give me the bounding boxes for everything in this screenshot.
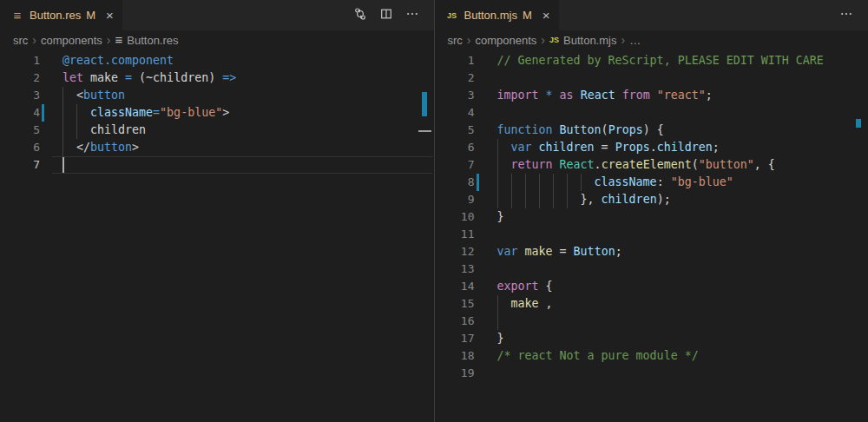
code-line-14[interactable]: 14export { bbox=[435, 278, 868, 295]
breadcrumb-item[interactable]: components bbox=[476, 34, 537, 47]
code-line-2[interactable]: 2 bbox=[435, 69, 868, 87]
file-icon: ≡ bbox=[10, 9, 24, 23]
code-text: } bbox=[497, 208, 504, 226]
code-line-3[interactable]: 3import * as React from "react"; bbox=[435, 87, 868, 104]
code-text: } bbox=[497, 330, 504, 347]
breadcrumb-label: src bbox=[13, 34, 28, 47]
code-text: var children = Props.children; bbox=[497, 139, 720, 156]
editor-group-button-res: ≡ Button.res M × src›components›≡Button.… bbox=[0, 0, 434, 422]
tab-bar: ≡ Button.res M × bbox=[0, 0, 434, 30]
code-text: }, children); bbox=[497, 191, 671, 208]
code-line-6[interactable]: 6 var children = Props.children; bbox=[435, 139, 868, 156]
ellipsis-icon bbox=[839, 7, 853, 24]
code-line-3[interactable]: 3 <button bbox=[0, 87, 434, 104]
code-line-17[interactable]: 17} bbox=[435, 330, 868, 347]
tab[interactable]: ≡ Button.res M × bbox=[0, 0, 122, 30]
line-number: 15 bbox=[435, 295, 475, 313]
code-line-13[interactable]: 13 bbox=[435, 260, 868, 278]
code-line-4[interactable]: 4 bbox=[435, 104, 868, 122]
tab-label: Button.res bbox=[30, 0, 81, 30]
line-number: 16 bbox=[435, 313, 475, 330]
tab-bar: JS Button.mjs M × bbox=[435, 0, 868, 30]
code-text: var make = Button; bbox=[497, 243, 622, 260]
line-number: 5 bbox=[0, 122, 40, 139]
line-number: 4 bbox=[0, 104, 40, 122]
code-line-1[interactable]: 1@react.component bbox=[0, 52, 434, 69]
breadcrumb-item[interactable]: src bbox=[13, 34, 28, 47]
javascript-file-icon: JS bbox=[549, 36, 559, 44]
breadcrumb-separator: › bbox=[107, 30, 111, 49]
code-line-4[interactable]: 4 className="bg-blue"> bbox=[0, 104, 434, 122]
line-number: 4 bbox=[435, 104, 475, 122]
overview-modified-marker bbox=[422, 92, 427, 116]
code-text: import * as React from "react"; bbox=[497, 87, 713, 104]
open-changes-button[interactable] bbox=[351, 6, 370, 25]
code-line-8[interactable]: 8 className: "bg-blue" bbox=[435, 174, 868, 191]
more-actions-button[interactable] bbox=[837, 6, 856, 25]
breadcrumb-item[interactable]: components bbox=[41, 34, 102, 47]
code-line-6[interactable]: 6 </button> bbox=[0, 139, 434, 156]
code-text: className: "bg-blue" bbox=[497, 174, 733, 191]
code-text: let make = (~children) => bbox=[62, 69, 236, 87]
ellipsis-icon bbox=[405, 7, 419, 24]
split-editor-button[interactable] bbox=[377, 6, 396, 25]
current-line-highlight bbox=[52, 156, 432, 174]
line-number: 10 bbox=[435, 208, 475, 226]
breadcrumb-label: Button.mjs bbox=[563, 34, 616, 47]
breadcrumb-item[interactable]: JSButton.mjs bbox=[549, 34, 616, 47]
code-text: </button> bbox=[62, 139, 139, 156]
line-number: 2 bbox=[0, 69, 40, 87]
git-modified-gutter-bar bbox=[477, 174, 479, 191]
breadcrumb-item[interactable]: src bbox=[448, 34, 463, 47]
breadcrumb-label: components bbox=[476, 34, 537, 47]
code-line-9[interactable]: 9 }, children); bbox=[435, 191, 868, 208]
text-cursor bbox=[62, 157, 64, 173]
line-number: 19 bbox=[435, 365, 475, 382]
code-text: <button bbox=[62, 87, 125, 104]
close-icon[interactable]: × bbox=[542, 9, 550, 22]
breadcrumb-separator: › bbox=[32, 30, 36, 49]
breadcrumb-item[interactable]: ≡Button.res bbox=[115, 33, 179, 47]
close-icon[interactable]: × bbox=[106, 9, 114, 22]
code-line-15[interactable]: 15 make , bbox=[435, 295, 868, 313]
code-line-10[interactable]: 10} bbox=[435, 208, 868, 226]
line-number: 17 bbox=[435, 330, 475, 347]
code-line-7[interactable]: 7 return React.createElement("button", { bbox=[435, 156, 868, 174]
git-modified-gutter-bar bbox=[42, 104, 44, 122]
code-editor[interactable]: 1@react.component2let make = (~children)… bbox=[0, 49, 434, 422]
code-text: @react.component bbox=[62, 52, 174, 69]
workbench: ≡ Button.res M × src›components›≡Button.… bbox=[0, 0, 868, 422]
modified-badge: M bbox=[523, 0, 532, 30]
javascript-file-icon: JS bbox=[447, 11, 457, 20]
line-number: 6 bbox=[435, 139, 475, 156]
tab-label: Button.mjs bbox=[464, 0, 517, 30]
breadcrumb-separator: › bbox=[467, 30, 471, 49]
code-line-5[interactable]: 5function Button(Props) { bbox=[435, 122, 868, 139]
code-line-1[interactable]: 1// Generated by ReScript, PLEASE EDIT W… bbox=[435, 52, 868, 69]
code-line-16[interactable]: 16 bbox=[435, 313, 868, 330]
line-number: 7 bbox=[0, 156, 40, 174]
code-line-7[interactable]: 7 bbox=[0, 156, 434, 174]
code-line-18[interactable]: 18/* react Not a pure module */ bbox=[435, 347, 868, 365]
code-text: /* react Not a pure module */ bbox=[497, 347, 699, 365]
code-line-2[interactable]: 2let make = (~children) => bbox=[0, 69, 434, 87]
code-line-12[interactable]: 12var make = Button; bbox=[435, 243, 868, 260]
code-text: children bbox=[62, 122, 146, 139]
overview-modified-marker bbox=[856, 119, 861, 128]
code-text: make , bbox=[497, 295, 553, 313]
editor-actions bbox=[837, 0, 868, 30]
git-compare-icon bbox=[353, 7, 367, 24]
line-number: 11 bbox=[435, 226, 475, 243]
more-actions-button[interactable] bbox=[403, 6, 422, 25]
overview-cursor-marker bbox=[418, 130, 431, 132]
code-line-19[interactable]: 19 bbox=[435, 365, 868, 382]
code-line-11[interactable]: 11 bbox=[435, 226, 868, 243]
line-number: 9 bbox=[435, 191, 475, 208]
code-editor[interactable]: 1// Generated by ReScript, PLEASE EDIT W… bbox=[435, 49, 868, 422]
tab[interactable]: JS Button.mjs M × bbox=[435, 0, 559, 30]
code-line-5[interactable]: 5 children bbox=[0, 122, 434, 139]
breadcrumb-item[interactable]: … bbox=[629, 34, 641, 47]
line-number: 18 bbox=[435, 347, 475, 365]
breadcrumb-label: src bbox=[448, 34, 463, 47]
line-number: 3 bbox=[0, 87, 40, 104]
